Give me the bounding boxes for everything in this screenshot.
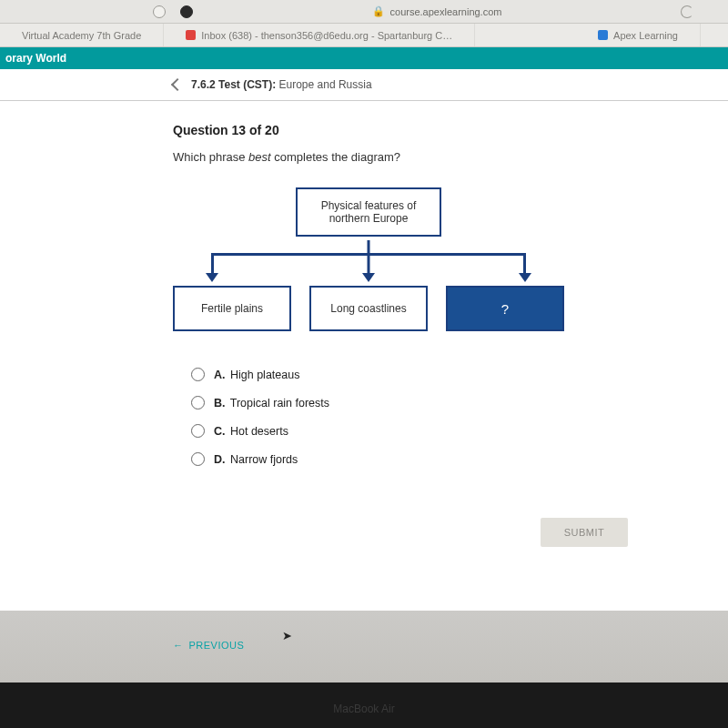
previous-label: PREVIOUS xyxy=(189,640,245,651)
answer-options: A. High plateaus B. Tropical rain forest… xyxy=(191,368,728,466)
laptop-bezel: MacBook Air xyxy=(0,682,728,728)
back-arrow-icon[interactable] xyxy=(171,78,184,91)
left-arrow-icon: ← xyxy=(173,640,184,651)
course-title: orary World xyxy=(5,52,66,65)
tab-inbox[interactable]: Inbox (638) - thenson356@d6edu.org - Spa… xyxy=(164,24,475,46)
question-number: Question 13 of 20 xyxy=(173,123,728,137)
forward-button[interactable] xyxy=(180,5,193,18)
radio-a[interactable] xyxy=(191,368,205,381)
previous-button[interactable]: ← PREVIOUS xyxy=(173,627,728,663)
reload-button[interactable] xyxy=(681,5,693,18)
browser-toolbar: 🔒 course.apexlearning.com xyxy=(0,0,728,24)
course-title-bar: orary World xyxy=(0,47,728,69)
breadcrumb-bar: 7.6.2 Test (CST): Europe and Russia xyxy=(0,69,728,101)
option-a[interactable]: A. High plateaus xyxy=(191,368,728,381)
back-button[interactable] xyxy=(153,5,166,18)
tab-label: Virtual Academy 7th Grade xyxy=(22,30,141,41)
apex-icon xyxy=(598,30,608,40)
diagram-child-blank: ? xyxy=(446,286,564,331)
tab-bar: Virtual Academy 7th Grade Inbox (638) - … xyxy=(0,24,728,47)
tab-label: Inbox (638) - thenson356@d6edu.org - Spa… xyxy=(201,30,452,41)
tab-virtual-academy[interactable]: Virtual Academy 7th Grade xyxy=(0,24,164,46)
radio-b[interactable] xyxy=(191,396,205,410)
concept-diagram: Physical features of northern Europe Fer… xyxy=(173,187,564,331)
breadcrumb: 7.6.2 Test (CST): Europe and Russia xyxy=(191,78,372,91)
diagram-child-2: Long coastlines xyxy=(309,286,428,331)
nav-buttons xyxy=(153,5,193,18)
lock-icon: 🔒 xyxy=(372,5,385,17)
radio-c[interactable] xyxy=(191,424,205,438)
question-prompt: Which phrase best completes the diagram? xyxy=(173,150,728,164)
tab-apex[interactable]: Apex Learning xyxy=(576,24,701,46)
macbook-label: MacBook Air xyxy=(333,703,394,715)
url-text: course.apexlearning.com xyxy=(390,6,502,17)
diagram-root-box: Physical features of northern Europe xyxy=(296,187,441,237)
option-d[interactable]: D. Narrow fjords xyxy=(191,452,728,466)
submit-button[interactable]: SUBMIT xyxy=(541,518,628,547)
cursor-icon: ➤ xyxy=(282,629,292,642)
question-card: Question 13 of 20 Which phrase best comp… xyxy=(0,101,728,611)
radio-d[interactable] xyxy=(191,452,205,466)
diagram-connector xyxy=(173,240,564,286)
diagram-child-1: Fertile plains xyxy=(173,286,291,331)
gmail-icon xyxy=(186,30,196,40)
option-c[interactable]: C. Hot deserts xyxy=(191,424,728,438)
address-bar[interactable]: 🔒 course.apexlearning.com xyxy=(372,5,502,17)
option-b[interactable]: B. Tropical rain forests xyxy=(191,396,728,410)
tab-label: Apex Learning xyxy=(613,30,678,41)
